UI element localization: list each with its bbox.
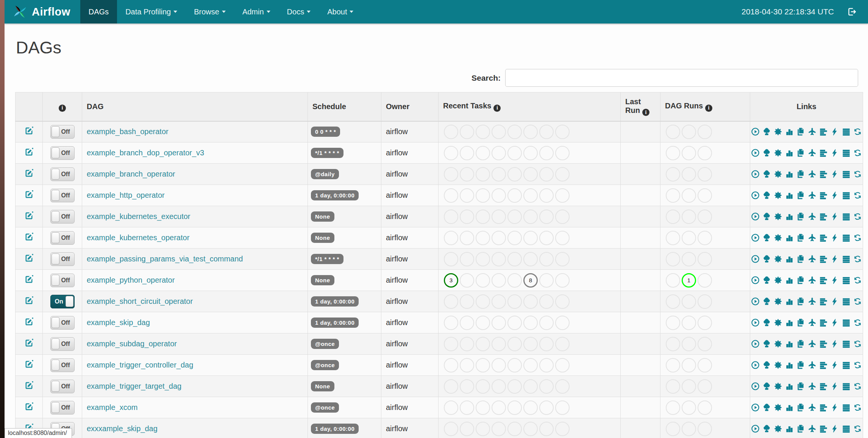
task-duration-icon[interactable]: [785, 297, 794, 306]
dag-toggle[interactable]: Off: [50, 274, 75, 287]
dag-run-circle[interactable]: [682, 252, 696, 266]
task-state-circle[interactable]: [539, 252, 554, 266]
dag-run-circle[interactable]: 1: [682, 273, 696, 288]
task-state-circle[interactable]: [539, 400, 554, 415]
task-state-circle[interactable]: [555, 231, 570, 245]
task-state-circle[interactable]: [476, 273, 490, 288]
task-state-circle[interactable]: [507, 146, 522, 160]
task-state-circle[interactable]: [539, 167, 554, 181]
refresh-icon[interactable]: [853, 276, 862, 285]
tree-view-icon[interactable]: [762, 361, 771, 369]
graph-view-icon[interactable]: [774, 276, 782, 285]
logs-icon[interactable]: [842, 424, 851, 433]
dag-run-circle[interactable]: [666, 231, 680, 245]
trigger-dag-icon[interactable]: [751, 318, 760, 327]
header-dag[interactable]: DAG: [82, 92, 308, 121]
task-duration-icon[interactable]: [785, 424, 794, 433]
task-state-circle[interactable]: [539, 125, 554, 139]
edit-dag-button[interactable]: [24, 258, 34, 264]
dag-link[interactable]: example_subdag_operator: [85, 339, 177, 348]
code-view-icon[interactable]: [831, 318, 839, 327]
graph-view-icon[interactable]: [774, 403, 782, 412]
task-state-circle[interactable]: [555, 379, 570, 394]
dag-run-circle[interactable]: [682, 294, 696, 309]
gantt-view-icon[interactable]: [819, 212, 828, 221]
landing-times-icon[interactable]: [808, 339, 816, 348]
tree-view-icon[interactable]: [762, 170, 771, 178]
code-view-icon[interactable]: [831, 255, 839, 263]
logs-icon[interactable]: [842, 318, 851, 327]
task-tries-icon[interactable]: [796, 361, 805, 369]
tree-view-icon[interactable]: [762, 276, 771, 285]
graph-view-icon[interactable]: [774, 318, 782, 327]
toggle-handle[interactable]: [52, 381, 59, 392]
task-state-circle[interactable]: [507, 294, 522, 309]
task-state-circle[interactable]: [492, 337, 506, 351]
task-state-circle[interactable]: [492, 379, 506, 394]
dag-link[interactable]: example_kubernetes_operator: [85, 233, 189, 242]
task-state-circle[interactable]: [444, 400, 458, 415]
tree-view-icon[interactable]: [762, 127, 771, 136]
trigger-dag-icon[interactable]: [751, 149, 760, 157]
tree-view-icon[interactable]: [762, 318, 771, 327]
task-state-circle[interactable]: [444, 316, 458, 330]
task-state-circle[interactable]: [476, 316, 490, 330]
airflow-brand[interactable]: Airflow: [5, 0, 80, 23]
dag-run-circle[interactable]: [666, 316, 680, 330]
task-state-circle[interactable]: [555, 273, 570, 288]
graph-view-icon[interactable]: [774, 382, 782, 391]
task-duration-icon[interactable]: [785, 127, 794, 136]
task-tries-icon[interactable]: [796, 424, 805, 433]
task-state-circle[interactable]: [539, 146, 554, 160]
nav-item-browse[interactable]: Browse: [186, 0, 234, 23]
dag-run-circle[interactable]: [666, 146, 680, 160]
task-state-circle[interactable]: [460, 167, 474, 181]
tree-view-icon[interactable]: [762, 403, 771, 412]
tree-view-icon[interactable]: [762, 339, 771, 348]
graph-view-icon[interactable]: [774, 255, 782, 263]
toggle-handle[interactable]: [52, 253, 59, 264]
dag-link[interactable]: example_python_operator: [85, 276, 175, 284]
dag-run-circle[interactable]: [666, 252, 680, 266]
task-state-circle[interactable]: [555, 422, 570, 436]
task-state-circle[interactable]: [555, 188, 570, 203]
task-state-circle[interactable]: [460, 294, 474, 309]
code-view-icon[interactable]: [831, 233, 839, 242]
dag-link[interactable]: example_trigger_controller_dag: [85, 361, 193, 369]
dag-toggle[interactable]: Off: [50, 401, 75, 415]
trigger-dag-icon[interactable]: [751, 127, 760, 136]
task-state-circle[interactable]: [523, 125, 538, 139]
task-state-circle[interactable]: [507, 231, 522, 245]
refresh-icon[interactable]: [853, 382, 862, 391]
landing-times-icon[interactable]: [808, 297, 816, 306]
task-state-circle[interactable]: [444, 125, 458, 139]
gantt-view-icon[interactable]: [819, 149, 828, 157]
search-input[interactable]: [505, 69, 858, 87]
task-state-circle[interactable]: [444, 358, 458, 372]
dag-toggle[interactable]: Off: [50, 380, 75, 393]
edit-dag-button[interactable]: [24, 279, 34, 286]
task-duration-icon[interactable]: [785, 233, 794, 242]
task-tries-icon[interactable]: [796, 191, 805, 200]
dag-link[interactable]: example_http_operator: [85, 191, 165, 199]
trigger-dag-icon[interactable]: [751, 339, 760, 348]
gantt-view-icon[interactable]: [819, 297, 828, 306]
task-state-circle[interactable]: [507, 273, 522, 288]
task-tries-icon[interactable]: [796, 403, 805, 412]
dag-run-circle[interactable]: [698, 422, 712, 436]
graph-view-icon[interactable]: [774, 361, 782, 369]
task-state-circle[interactable]: [523, 188, 538, 203]
nav-item-docs[interactable]: Docs: [279, 0, 319, 23]
gantt-view-icon[interactable]: [819, 276, 828, 285]
logs-icon[interactable]: [842, 361, 851, 369]
task-state-circle[interactable]: [492, 146, 506, 160]
dag-run-circle[interactable]: [698, 188, 712, 203]
task-state-circle[interactable]: [460, 337, 474, 351]
task-state-circle[interactable]: [555, 210, 570, 224]
graph-view-icon[interactable]: [774, 233, 782, 242]
task-duration-icon[interactable]: [785, 191, 794, 200]
task-state-circle[interactable]: [476, 422, 490, 436]
dag-toggle[interactable]: On: [50, 295, 75, 308]
task-state-circle[interactable]: [476, 252, 490, 266]
refresh-icon[interactable]: [853, 149, 862, 157]
